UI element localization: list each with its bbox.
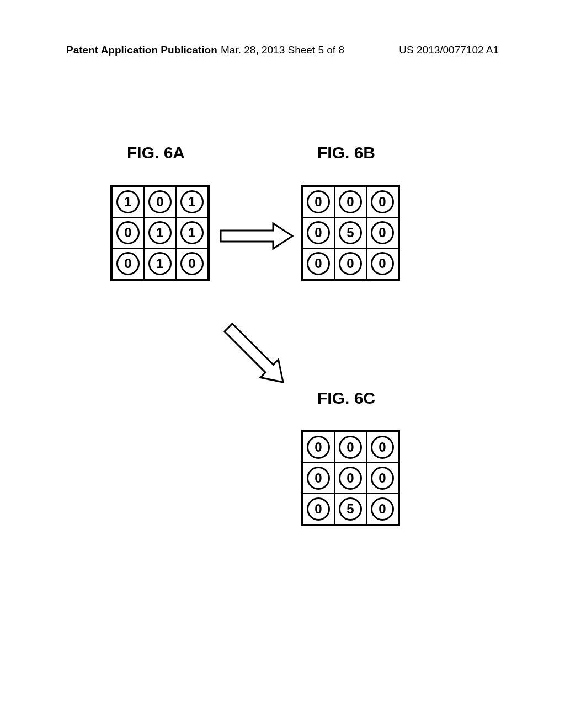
matrix-cell: 0 xyxy=(366,432,398,463)
page-header: Patent Application Publication Mar. 28, … xyxy=(0,44,565,56)
cell-value: 0 xyxy=(307,252,330,275)
cell-value: 0 xyxy=(307,467,330,490)
matrix-cell: 0 xyxy=(366,186,398,217)
matrix-cell: 0 xyxy=(176,248,208,279)
matrix-cell: 1 xyxy=(144,248,176,279)
matrix-cell: 0 xyxy=(334,463,366,494)
cell-value: 0 xyxy=(116,221,140,244)
cell-value: 0 xyxy=(371,497,394,521)
date-sheet-label: Mar. 28, 2013 Sheet 5 of 8 xyxy=(221,44,344,56)
cell-value: 0 xyxy=(307,497,330,521)
matrix-cell: 1 xyxy=(144,217,176,248)
matrix-cell: 0 xyxy=(366,248,398,279)
arrow-diagonal-icon xyxy=(204,303,303,403)
matrix-cell: 5 xyxy=(334,494,366,524)
matrix-cell: 0 xyxy=(144,186,176,217)
cell-value: 1 xyxy=(148,221,172,244)
matrix-cell: 0 xyxy=(302,217,334,248)
cell-value: 0 xyxy=(307,436,330,459)
cell-value: 0 xyxy=(371,436,394,459)
figure-label-6c: FIG. 6C xyxy=(317,389,375,408)
cell-value: 0 xyxy=(371,190,394,213)
cell-value: 5 xyxy=(339,221,362,244)
cell-value: 0 xyxy=(339,190,362,213)
matrix-cell: 0 xyxy=(302,432,334,463)
matrix-cell: 0 xyxy=(366,494,398,524)
matrix-cell: 1 xyxy=(176,217,208,248)
figure-label-6b: FIG. 6B xyxy=(317,143,375,162)
matrix-cell: 0 xyxy=(334,248,366,279)
matrix-cell: 0 xyxy=(112,217,144,248)
cell-value: 1 xyxy=(116,190,140,213)
matrix-cell: 0 xyxy=(302,186,334,217)
matrix-6c: 0 0 0 0 0 0 0 5 0 xyxy=(301,430,400,526)
cell-value: 0 xyxy=(339,467,362,490)
patent-number: US 2013/0077102 A1 xyxy=(399,44,499,56)
figure-label-6a: FIG. 6A xyxy=(127,143,185,162)
matrix-cell: 0 xyxy=(366,217,398,248)
matrix-cell: 0 xyxy=(302,248,334,279)
cell-value: 0 xyxy=(307,221,330,244)
matrix-cell: 0 xyxy=(302,463,334,494)
matrix-cell: 1 xyxy=(112,186,144,217)
matrix-cell: 0 xyxy=(334,432,366,463)
cell-value: 5 xyxy=(339,497,362,521)
matrix-6a: 1 0 1 0 1 1 0 1 0 xyxy=(110,185,210,281)
cell-value: 0 xyxy=(307,190,330,213)
cell-value: 0 xyxy=(371,252,394,275)
matrix-6b: 0 0 0 0 5 0 0 0 0 xyxy=(301,185,400,281)
cell-value: 1 xyxy=(180,190,204,213)
matrix-cell: 0 xyxy=(366,463,398,494)
matrix-cell: 0 xyxy=(112,248,144,279)
matrix-cell: 0 xyxy=(334,186,366,217)
cell-value: 0 xyxy=(371,467,394,490)
matrix-cell: 1 xyxy=(176,186,208,217)
matrix-cell: 0 xyxy=(302,494,334,524)
cell-value: 0 xyxy=(116,252,140,275)
cell-value: 0 xyxy=(148,190,172,213)
cell-value: 1 xyxy=(180,221,204,244)
cell-value: 0 xyxy=(371,221,394,244)
cell-value: 1 xyxy=(148,252,172,275)
cell-value: 0 xyxy=(339,436,362,459)
cell-value: 0 xyxy=(339,252,362,275)
arrow-right-icon xyxy=(218,222,295,250)
publication-label: Patent Application Publication xyxy=(66,44,217,56)
cell-value: 0 xyxy=(180,252,204,275)
matrix-cell: 5 xyxy=(334,217,366,248)
